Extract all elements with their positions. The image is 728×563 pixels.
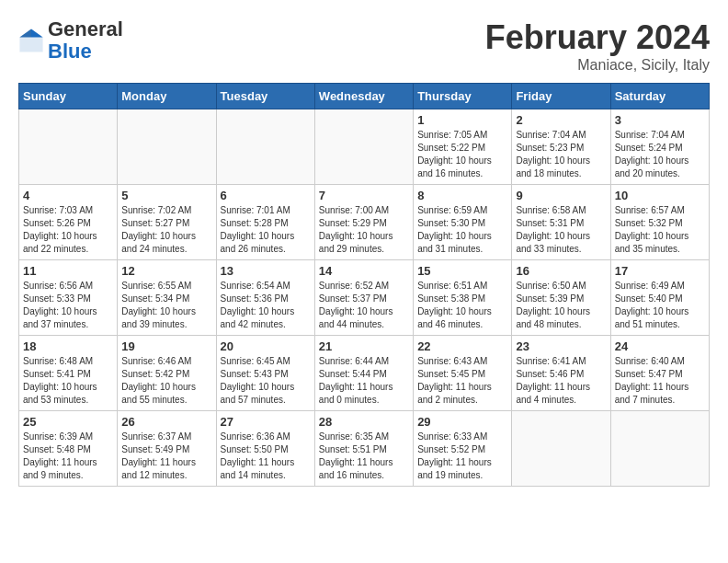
calendar-cell: 14Sunrise: 6:52 AM Sunset: 5:37 PM Dayli… [314,260,413,336]
calendar-cell: 5Sunrise: 7:02 AM Sunset: 5:27 PM Daylig… [118,185,216,260]
calendar-table: Sunday Monday Tuesday Wednesday Thursday… [18,83,710,487]
tuesday-header: Tuesday [216,84,314,109]
calendar-cell: 15Sunrise: 6:51 AM Sunset: 5:38 PM Dayli… [414,260,512,336]
day-info: Sunrise: 6:43 AM Sunset: 5:45 PM Dayligh… [417,355,507,407]
day-number: 28 [319,415,409,429]
day-number: 16 [516,264,606,278]
calendar-cell: 7Sunrise: 7:00 AM Sunset: 5:29 PM Daylig… [314,185,413,260]
day-info: Sunrise: 6:40 AM Sunset: 5:47 PM Dayligh… [615,355,705,407]
day-info: Sunrise: 6:37 AM Sunset: 5:49 PM Dayligh… [121,431,211,482]
day-number: 15 [417,264,507,278]
day-number: 21 [319,339,409,353]
calendar-cell: 23Sunrise: 6:41 AM Sunset: 5:46 PM Dayli… [512,336,610,411]
calendar-cell: 18Sunrise: 6:48 AM Sunset: 5:41 PM Dayli… [19,336,118,411]
day-info: Sunrise: 7:04 AM Sunset: 5:24 PM Dayligh… [615,129,705,180]
day-info: Sunrise: 7:05 AM Sunset: 5:22 PM Dayligh… [417,129,507,180]
day-number: 24 [615,339,705,353]
day-number: 12 [121,264,211,278]
calendar-cell: 6Sunrise: 7:01 AM Sunset: 5:28 PM Daylig… [216,185,314,260]
day-info: Sunrise: 6:50 AM Sunset: 5:39 PM Dayligh… [516,280,606,331]
day-info: Sunrise: 6:51 AM Sunset: 5:38 PM Dayligh… [417,280,507,331]
calendar-cell: 12Sunrise: 6:55 AM Sunset: 5:34 PM Dayli… [118,260,216,336]
svg-marker-1 [31,29,43,38]
day-number: 9 [516,189,606,202]
day-info: Sunrise: 6:45 AM Sunset: 5:43 PM Dayligh… [221,355,311,407]
calendar-cell: 26Sunrise: 6:37 AM Sunset: 5:49 PM Dayli… [118,411,216,487]
location: Maniace, Sicily, Italy [485,57,710,74]
calendar-body: 1Sunrise: 7:05 AM Sunset: 5:22 PM Daylig… [19,109,710,487]
day-info: Sunrise: 6:48 AM Sunset: 5:41 PM Dayligh… [23,355,113,407]
calendar-cell: 9Sunrise: 6:58 AM Sunset: 5:31 PM Daylig… [512,185,610,260]
day-number: 26 [121,415,211,429]
day-number: 7 [319,189,409,202]
calendar-cell [216,109,314,185]
day-number: 10 [615,189,705,202]
calendar-week-5: 25Sunrise: 6:39 AM Sunset: 5:48 PM Dayli… [19,411,710,487]
calendar-cell: 13Sunrise: 6:54 AM Sunset: 5:36 PM Dayli… [216,260,314,336]
day-number: 27 [221,415,311,429]
day-info: Sunrise: 6:57 AM Sunset: 5:32 PM Dayligh… [615,204,705,256]
calendar-cell: 27Sunrise: 6:36 AM Sunset: 5:50 PM Dayli… [216,411,314,487]
calendar-cell: 17Sunrise: 6:49 AM Sunset: 5:40 PM Dayli… [610,260,709,336]
day-info: Sunrise: 6:49 AM Sunset: 5:40 PM Dayligh… [615,280,705,331]
day-info: Sunrise: 6:44 AM Sunset: 5:44 PM Dayligh… [319,355,409,407]
logo-blue: Blue [48,40,92,63]
calendar-cell: 19Sunrise: 6:46 AM Sunset: 5:42 PM Dayli… [118,336,216,411]
day-number: 2 [516,113,606,127]
day-number: 25 [23,415,113,429]
svg-marker-2 [19,29,31,38]
day-number: 18 [23,339,113,353]
logo-text: General Blue [48,18,123,63]
day-number: 14 [319,264,409,278]
calendar-cell [314,109,413,185]
day-info: Sunrise: 6:36 AM Sunset: 5:50 PM Dayligh… [221,431,311,482]
calendar-cell: 21Sunrise: 6:44 AM Sunset: 5:44 PM Dayli… [314,336,413,411]
calendar-cell: 29Sunrise: 6:33 AM Sunset: 5:52 PM Dayli… [414,411,512,487]
day-number: 19 [121,339,211,353]
month-title: February 2024 [485,18,710,57]
logo-icon [18,28,44,53]
calendar-cell: 2Sunrise: 7:04 AM Sunset: 5:23 PM Daylig… [512,109,610,185]
calendar-cell [118,109,216,185]
friday-header: Friday [512,84,610,109]
day-number: 22 [417,339,507,353]
calendar-week-4: 18Sunrise: 6:48 AM Sunset: 5:41 PM Dayli… [19,336,710,411]
day-number: 3 [615,113,705,127]
monday-header: Monday [118,84,216,109]
calendar-week-3: 11Sunrise: 6:56 AM Sunset: 5:33 PM Dayli… [19,260,710,336]
calendar-cell: 1Sunrise: 7:05 AM Sunset: 5:22 PM Daylig… [414,109,512,185]
calendar-cell [512,411,610,487]
day-number: 13 [221,264,311,278]
calendar-cell [19,109,118,185]
day-info: Sunrise: 6:46 AM Sunset: 5:42 PM Dayligh… [121,355,211,407]
calendar-cell: 25Sunrise: 6:39 AM Sunset: 5:48 PM Dayli… [19,411,118,487]
day-info: Sunrise: 7:01 AM Sunset: 5:28 PM Dayligh… [221,204,311,256]
day-info: Sunrise: 6:52 AM Sunset: 5:37 PM Dayligh… [319,280,409,331]
calendar-week-1: 1Sunrise: 7:05 AM Sunset: 5:22 PM Daylig… [19,109,710,185]
day-number: 5 [121,189,211,202]
day-info: Sunrise: 6:59 AM Sunset: 5:30 PM Dayligh… [417,204,507,256]
wednesday-header: Wednesday [314,84,413,109]
calendar-cell: 4Sunrise: 7:03 AM Sunset: 5:26 PM Daylig… [19,185,118,260]
day-number: 17 [615,264,705,278]
thursday-header: Thursday [414,84,512,109]
calendar-cell: 3Sunrise: 7:04 AM Sunset: 5:24 PM Daylig… [610,109,709,185]
title-area: February 2024 Maniace, Sicily, Italy [485,18,710,74]
day-info: Sunrise: 6:41 AM Sunset: 5:46 PM Dayligh… [516,355,606,407]
calendar-cell: 28Sunrise: 6:35 AM Sunset: 5:51 PM Dayli… [314,411,413,487]
calendar-cell: 10Sunrise: 6:57 AM Sunset: 5:32 PM Dayli… [610,185,709,260]
page-header: General Blue February 2024 Maniace, Sici… [18,18,710,74]
day-info: Sunrise: 6:39 AM Sunset: 5:48 PM Dayligh… [23,431,113,482]
day-info: Sunrise: 7:04 AM Sunset: 5:23 PM Dayligh… [516,129,606,180]
day-number: 8 [417,189,507,202]
calendar-cell: 22Sunrise: 6:43 AM Sunset: 5:45 PM Dayli… [414,336,512,411]
day-info: Sunrise: 6:54 AM Sunset: 5:36 PM Dayligh… [221,280,311,331]
calendar-header: Sunday Monday Tuesday Wednesday Thursday… [19,84,710,109]
day-info: Sunrise: 7:02 AM Sunset: 5:27 PM Dayligh… [121,204,211,256]
calendar-cell: 24Sunrise: 6:40 AM Sunset: 5:47 PM Dayli… [610,336,709,411]
saturday-header: Saturday [610,84,709,109]
day-number: 23 [516,339,606,353]
weekday-row: Sunday Monday Tuesday Wednesday Thursday… [19,84,710,109]
logo: General Blue [18,18,123,63]
calendar-cell: 8Sunrise: 6:59 AM Sunset: 5:30 PM Daylig… [414,185,512,260]
